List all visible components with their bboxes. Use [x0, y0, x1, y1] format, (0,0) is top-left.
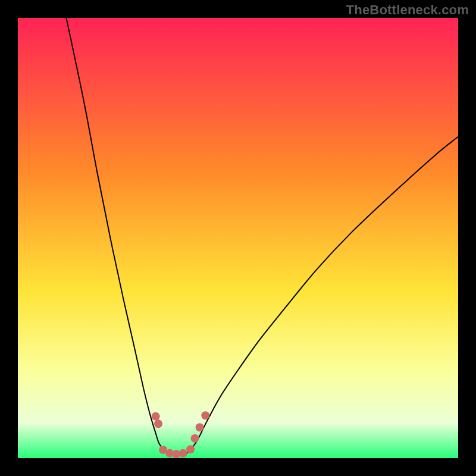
marker-point [154, 419, 162, 428]
plot-area [18, 18, 458, 458]
chart-svg [18, 18, 458, 458]
marker-point [201, 411, 209, 419]
marker-point [179, 449, 187, 458]
marker-point [186, 445, 195, 453]
chart-frame: TheBottleneck.com [0, 0, 476, 476]
marker-point [190, 434, 199, 443]
gradient-background [18, 18, 458, 458]
watermark-text: TheBottleneck.com [346, 2, 469, 18]
marker-point [196, 423, 204, 431]
marker-point [152, 412, 160, 421]
